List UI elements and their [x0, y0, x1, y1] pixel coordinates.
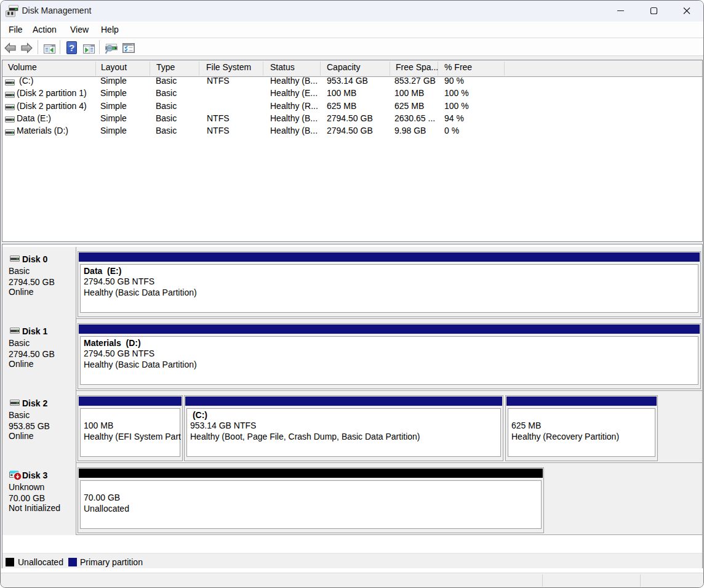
- svg-text:?: ?: [69, 42, 74, 53]
